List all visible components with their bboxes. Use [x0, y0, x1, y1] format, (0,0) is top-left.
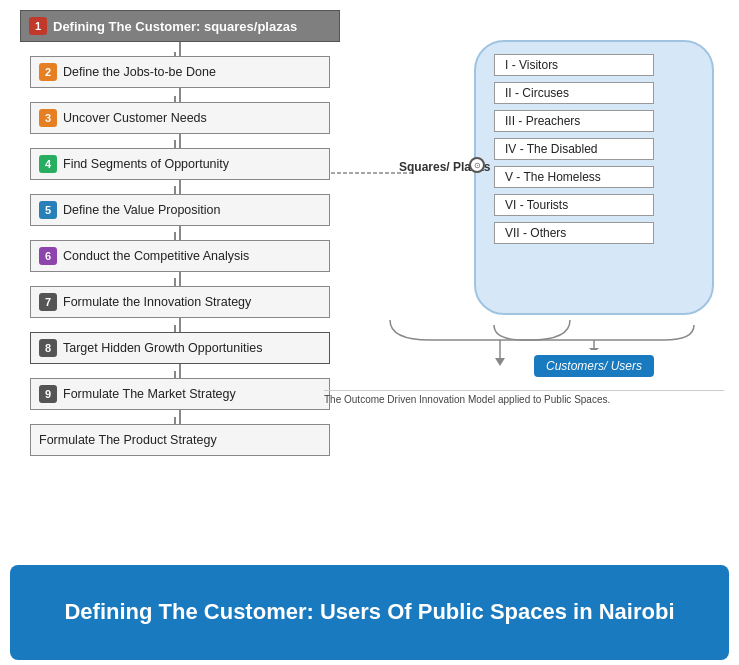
step-7-box: 7 Formulate the Innovation Strategy: [30, 286, 330, 318]
bracket-area: Customers/ Users: [474, 320, 714, 377]
step-8-label: Target Hidden Growth Opportunities: [63, 341, 262, 355]
connector-6: [179, 272, 181, 286]
bubble-item-5-box: V - The Homeless: [494, 166, 654, 188]
circle-connector: ⊙: [469, 157, 485, 173]
bubble-item-5: V - The Homeless: [494, 166, 700, 188]
bracket-svg: [474, 320, 714, 350]
bubble-item-3: III - Preachers: [494, 110, 700, 132]
connector-5: [179, 226, 181, 240]
bubble-item-1: I - Visitors: [494, 54, 700, 76]
bubble-item-2: II - Circuses: [494, 82, 700, 104]
connector-3: [179, 134, 181, 148]
step-2-box: 2 Define the Jobs-to-be Done: [30, 56, 330, 88]
steps-column: 1 Defining The Customer: squares/plazas …: [20, 10, 340, 456]
step-3-number: 3: [39, 109, 57, 127]
connector-4: [179, 180, 181, 194]
step-6-number: 6: [39, 247, 57, 265]
step-1-number: 1: [29, 17, 47, 35]
step-8-box: 8 Target Hidden Growth Opportunities: [30, 332, 330, 364]
step-8-number: 8: [39, 339, 57, 357]
bubble-item-7-box: VII - Others: [494, 222, 654, 244]
step-9-number: 9: [39, 385, 57, 403]
bottom-banner-title: Defining The Customer: Users Of Public S…: [64, 598, 674, 627]
step-7-label: Formulate the Innovation Strategy: [63, 295, 251, 309]
bubble-item-4-box: IV - The Disabled: [494, 138, 654, 160]
step-2-number: 2: [39, 63, 57, 81]
connector-9: [179, 410, 181, 424]
bubble-item-4: IV - The Disabled: [494, 138, 700, 160]
step-7-number: 7: [39, 293, 57, 311]
bottom-banner: Defining The Customer: Users Of Public S…: [10, 565, 729, 660]
step-1-box: 1 Defining The Customer: squares/plazas: [20, 10, 340, 42]
flowchart-area: 1 Defining The Customer: squares/plazas …: [0, 0, 739, 565]
bubble-item-2-box: II - Circuses: [494, 82, 654, 104]
bubble-item-7: VII - Others: [494, 222, 700, 244]
bubble-item-6: VI - Tourists: [494, 194, 700, 216]
step-5-box: 5 Define the Value Proposition: [30, 194, 330, 226]
svg-marker-22: [589, 348, 599, 350]
step-5-number: 5: [39, 201, 57, 219]
step-5-label: Define the Value Proposition: [63, 203, 221, 217]
connector-8: [179, 364, 181, 378]
bubble-item-6-box: VI - Tourists: [494, 194, 654, 216]
bubble-container: I - Visitors II - Circuses III - Preache…: [474, 40, 714, 315]
caption-text: The Outcome Driven Innovation Model appl…: [324, 390, 724, 405]
step-2-label: Define the Jobs-to-be Done: [63, 65, 216, 79]
bubble-items-list: I - Visitors II - Circuses III - Preache…: [494, 54, 700, 244]
connector-1: [179, 42, 181, 56]
main-container: 1 Defining The Customer: squares/plazas …: [0, 0, 739, 665]
step-6-label: Conduct the Competitive Analysis: [63, 249, 249, 263]
connector-7: [179, 318, 181, 332]
bubble-item-3-box: III - Preachers: [494, 110, 654, 132]
customers-badge: Customers/ Users: [534, 355, 654, 377]
step-3-box: 3 Uncover Customer Needs: [30, 102, 330, 134]
step-10-label: Formulate The Product Strategy: [39, 433, 217, 447]
step-3-label: Uncover Customer Needs: [63, 111, 207, 125]
step-9-box: 9 Formulate The Market Strategy: [30, 378, 330, 410]
connector-2: [179, 88, 181, 102]
step-10-box: Formulate The Product Strategy: [30, 424, 330, 456]
bubble-item-1-box: I - Visitors: [494, 54, 654, 76]
step-6-box: 6 Conduct the Competitive Analysis: [30, 240, 330, 272]
step-9-label: Formulate The Market Strategy: [63, 387, 236, 401]
step-4-label: Find Segments of Opportunity: [63, 157, 229, 171]
step-4-number: 4: [39, 155, 57, 173]
step-4-box: 4 Find Segments of Opportunity: [30, 148, 330, 180]
step-1-label: Defining The Customer: squares/plazas: [53, 19, 297, 34]
